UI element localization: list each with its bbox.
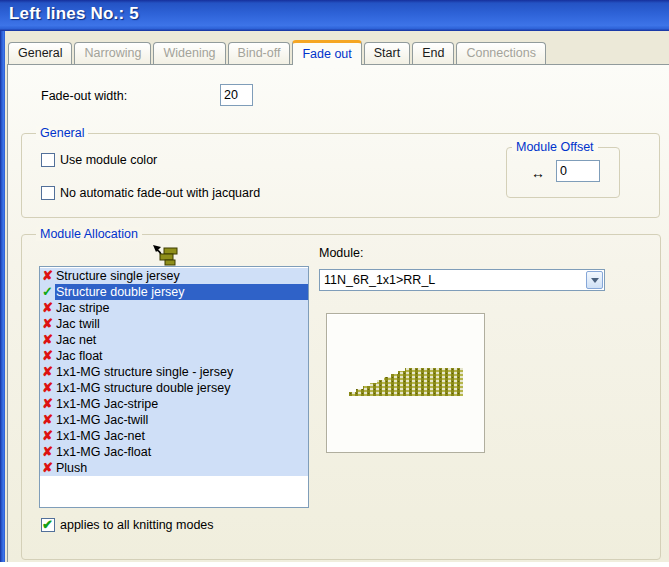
module-preview-image	[349, 368, 463, 396]
use-module-color-label: Use module color	[60, 153, 157, 167]
knitting-mode-row[interactable]: ✘ Jac twill	[40, 316, 308, 332]
window-left-border	[0, 31, 5, 562]
knitting-mode-row[interactable]: ✘ Structure single jersey	[40, 268, 308, 284]
not-assigned-cross-icon: ✘	[40, 380, 55, 396]
module-combobox[interactable]: 11N_6R_1x1>RR_L	[319, 269, 605, 291]
general-groupbox: General Use module color No automatic fa…	[21, 133, 660, 218]
not-assigned-cross-icon: ✘	[40, 460, 55, 476]
no-auto-fadeout-label: No automatic fade-out with jacquard	[60, 186, 260, 200]
knitting-mode-row[interactable]: ✓ Structure double jersey	[40, 284, 308, 300]
module-allocation-title: Module Allocation	[36, 227, 142, 241]
not-assigned-cross-icon: ✘	[40, 300, 55, 316]
knitting-mode-row[interactable]: ✘ 1x1-MG structure double jersey	[40, 380, 308, 396]
module-label: Module:	[319, 246, 363, 260]
module-preview-panel	[326, 313, 485, 453]
applies-to-all-label: applies to all knitting modes	[60, 518, 214, 532]
tab-general[interactable]: General	[8, 42, 72, 64]
knitting-mode-row[interactable]: ✘ 1x1-MG structure single - jersey	[40, 364, 308, 380]
not-assigned-cross-icon: ✘	[40, 428, 55, 444]
knitting-mode-row[interactable]: ✘ 1x1-MG Jac-float	[40, 444, 308, 460]
dialog-left-lines: Left lines No.: 5 GeneralNarrowingWideni…	[0, 0, 669, 567]
not-assigned-cross-icon: ✘	[40, 348, 55, 364]
not-assigned-cross-icon: ✘	[40, 332, 55, 348]
fade-out-width-input[interactable]	[220, 84, 253, 106]
module-offset-groupbox: Module Offset ↔	[506, 147, 620, 198]
applies-to-all-checkbox[interactable]	[41, 518, 55, 532]
tab-end[interactable]: End	[412, 42, 454, 64]
tab-strip: GeneralNarrowingWideningBind-offFade out…	[8, 39, 548, 64]
window-title: Left lines No.: 5	[9, 4, 139, 24]
knitting-mode-row[interactable]: ✘ 1x1-MG Jac-twill	[40, 412, 308, 428]
not-assigned-cross-icon: ✘	[40, 412, 55, 428]
knitting-mode-row[interactable]: ✘ Jac net	[40, 332, 308, 348]
no-auto-fadeout-checkbox[interactable]	[41, 186, 55, 200]
use-module-color-checkbox[interactable]	[41, 153, 55, 167]
tab-widening: Widening	[153, 42, 225, 64]
tab-bind-off: Bind-off	[228, 42, 291, 64]
tab-connections: Connections	[456, 42, 546, 64]
tab-narrowing: Narrowing	[74, 42, 151, 64]
module-combobox-value: 11N_6R_1x1>RR_L	[320, 273, 585, 287]
not-assigned-cross-icon: ✘	[40, 268, 55, 284]
assigned-check-icon: ✓	[40, 284, 55, 300]
tab-page-fade-out: Fade-out width: General Use module color…	[7, 64, 669, 562]
combobox-dropdown-button[interactable]	[586, 271, 603, 289]
tab-start[interactable]: Start	[364, 42, 410, 64]
general-group-title: General	[36, 126, 88, 140]
not-assigned-cross-icon: ✘	[40, 364, 55, 380]
fade-out-width-label: Fade-out width:	[41, 89, 127, 103]
not-assigned-cross-icon: ✘	[40, 444, 55, 460]
module-offset-input[interactable]	[556, 160, 600, 182]
knitting-mode-row[interactable]: ✘ 1x1-MG Jac-stripe	[40, 396, 308, 412]
knitting-mode-row[interactable]: ✘ Jac stripe	[40, 300, 308, 316]
knitting-mode-row[interactable]: ✘ Jac float	[40, 348, 308, 364]
not-assigned-cross-icon: ✘	[40, 396, 55, 412]
tab-fade-out[interactable]: Fade out	[292, 40, 361, 65]
knitting-mode-list[interactable]: ✘ Structure single jersey ✓ Structure do…	[39, 266, 309, 508]
knitting-mode-row[interactable]: ✘ 1x1-MG Jac-net	[40, 428, 308, 444]
titlebar: Left lines No.: 5	[0, 0, 669, 31]
not-assigned-cross-icon: ✘	[40, 316, 55, 332]
horizontal-arrow-icon: ↔	[531, 165, 545, 181]
module-allocation-groupbox: Module Allocation ✘ Structure single jer…	[21, 234, 661, 560]
chevron-down-icon	[591, 278, 599, 283]
knitting-mode-row[interactable]: ✘ Plush	[40, 460, 308, 476]
module-offset-title: Module Offset	[512, 140, 598, 154]
